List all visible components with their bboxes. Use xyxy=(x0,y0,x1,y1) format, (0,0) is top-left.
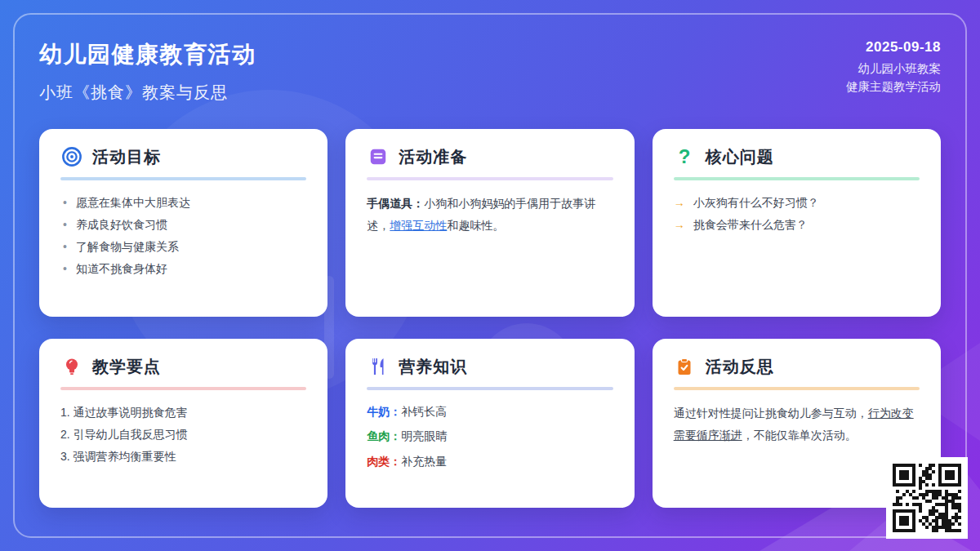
prep-paragraph: 手偶道具：小狗和小狗妈妈的手偶用于故事讲述，增强互动性和趣味性。 xyxy=(367,193,612,237)
card-activity-goals: 活动目标 愿意在集体中大胆表达 养成良好饮食习惯 了解食物与健康关系 知道不挑食… xyxy=(39,129,327,317)
card-nutrition-knowledge: 营养知识 牛奶：补钙长高 鱼肉：明亮眼睛 肉类：补充热量 xyxy=(345,339,634,508)
clipboard-icon xyxy=(674,356,696,378)
card-title: 活动目标 xyxy=(92,146,161,168)
question-icon: ? xyxy=(674,146,696,168)
list-item: 了解食物与健康关系 xyxy=(60,237,306,256)
nutrition-desc: 明亮眼睛 xyxy=(401,429,447,442)
list-item: 引导幼儿自我反思习惯 xyxy=(60,424,306,444)
card-head: ? 核心问题 xyxy=(674,145,920,168)
meta-lines: 幼儿园小班教案 健康主题教学活动 xyxy=(846,60,941,96)
list-item: 知道不挑食身体好 xyxy=(60,259,306,278)
question-list: → 小灰狗有什么不好习惯？ → 挑食会带来什么危害？ xyxy=(674,193,920,235)
card-divider xyxy=(60,177,306,180)
lightbulb-icon xyxy=(60,356,82,378)
prep-text-2: 和趣味性。 xyxy=(447,219,504,232)
card-teaching-points: 教学要点 通过故事说明挑食危害 引导幼儿自我反思习惯 强调营养均衡重要性 xyxy=(39,339,327,508)
card-divider xyxy=(674,387,920,390)
list-item: 通过故事说明挑食危害 xyxy=(60,402,306,422)
book-icon xyxy=(367,146,389,168)
nutrition-label-milk: 牛奶： xyxy=(367,405,401,418)
nutrition-row: 鱼肉：明亮眼睛 xyxy=(367,427,612,445)
utensils-icon xyxy=(367,356,389,378)
date-label: 2025-09-18 xyxy=(846,39,941,56)
card-title: 活动反思 xyxy=(706,356,774,378)
card-head: 活动准备 xyxy=(367,145,612,168)
qr-code xyxy=(893,464,961,532)
nutrition-row: 牛奶：补钙长高 xyxy=(367,402,612,420)
arrow-icon: → xyxy=(674,215,685,235)
header: 幼儿园健康教育活动 小班《挑食》教案与反思 2025-09-18 幼儿园小班教案… xyxy=(39,39,941,104)
card-body: 通过针对性提问让挑食幼儿参与互动，行为改变需要循序渐进，不能仅靠单次活动。 xyxy=(674,402,920,447)
question-text: 小灰狗有什么不好习惯？ xyxy=(693,193,819,213)
nutrition-label-fish: 鱼肉： xyxy=(367,429,401,442)
nutrition-desc: 补钙长高 xyxy=(401,405,447,418)
card-divider xyxy=(367,177,612,180)
points-list: 通过故事说明挑食危害 引导幼儿自我反思习惯 强调营养均衡重要性 xyxy=(60,402,306,466)
list-item: → 小灰狗有什么不好习惯？ xyxy=(674,193,920,213)
nutrition-desc: 补充热量 xyxy=(401,455,447,468)
reflection-text-2: ，不能仅靠单次活动。 xyxy=(742,429,857,442)
card-body: 愿意在集体中大胆表达 养成良好饮食习惯 了解食物与健康关系 知道不挑食身体好 xyxy=(60,193,306,278)
nutrition-row: 肉类：补充热量 xyxy=(367,452,612,470)
header-left: 幼儿园健康教育活动 小班《挑食》教案与反思 xyxy=(39,39,256,104)
card-title: 核心问题 xyxy=(706,146,774,168)
prep-link[interactable]: 增强互动性 xyxy=(390,219,447,232)
card-divider xyxy=(60,387,306,390)
list-item: 愿意在集体中大胆表达 xyxy=(60,193,306,212)
card-divider xyxy=(674,177,920,180)
prep-label: 手偶道具： xyxy=(367,197,424,210)
card-body: 通过故事说明挑食危害 引导幼儿自我反思习惯 强调营养均衡重要性 xyxy=(60,402,306,466)
question-text: 挑食会带来什么危害？ xyxy=(693,215,808,235)
card-divider xyxy=(367,387,612,390)
list-item: 强调营养均衡重要性 xyxy=(60,447,306,466)
list-item: → 挑食会带来什么危害？ xyxy=(674,215,920,235)
card-head: 教学要点 xyxy=(60,355,306,378)
page-title: 幼儿园健康教育活动 xyxy=(39,39,256,70)
card-grid: 活动目标 愿意在集体中大胆表达 养成良好饮食习惯 了解食物与健康关系 知道不挑食… xyxy=(39,129,941,508)
meta-line-1: 幼儿园小班教案 xyxy=(846,60,941,78)
card-head: 活动反思 xyxy=(674,355,920,378)
card-head: 活动目标 xyxy=(60,145,306,168)
card-body: 手偶道具：小狗和小狗妈妈的手偶用于故事讲述，增强互动性和趣味性。 xyxy=(367,193,612,237)
list-item: 养成良好饮食习惯 xyxy=(60,215,306,234)
card-core-questions: ? 核心问题 → 小灰狗有什么不好习惯？ → 挑食会带来什么危害？ xyxy=(653,129,941,317)
reflection-paragraph: 通过针对性提问让挑食幼儿参与互动，行为改变需要循序渐进，不能仅靠单次活动。 xyxy=(674,402,920,447)
card-title: 营养知识 xyxy=(399,356,467,378)
card-activity-preparation: 活动准备 手偶道具：小狗和小狗妈妈的手偶用于故事讲述，增强互动性和趣味性。 xyxy=(345,129,634,317)
card-body: 牛奶：补钙长高 鱼肉：明亮眼睛 肉类：补充热量 xyxy=(367,402,612,470)
card-title: 活动准备 xyxy=(399,146,467,168)
meta-line-2: 健康主题教学活动 xyxy=(846,78,941,96)
qr-code-box xyxy=(886,457,968,539)
arrow-icon: → xyxy=(674,193,685,213)
goal-list: 愿意在集体中大胆表达 养成良好饮食习惯 了解食物与健康关系 知道不挑食身体好 xyxy=(60,193,306,278)
reflection-text-1: 通过针对性提问让挑食幼儿参与互动， xyxy=(674,407,868,420)
target-icon xyxy=(60,146,82,168)
nutrition-label-meat: 肉类： xyxy=(367,455,401,468)
header-meta: 2025-09-18 幼儿园小班教案 健康主题教学活动 xyxy=(846,39,941,104)
card-title: 教学要点 xyxy=(92,356,161,378)
card-body: → 小灰狗有什么不好习惯？ → 挑食会带来什么危害？ xyxy=(674,193,920,235)
page-subtitle: 小班《挑食》教案与反思 xyxy=(39,82,256,104)
card-head: 营养知识 xyxy=(367,355,612,378)
